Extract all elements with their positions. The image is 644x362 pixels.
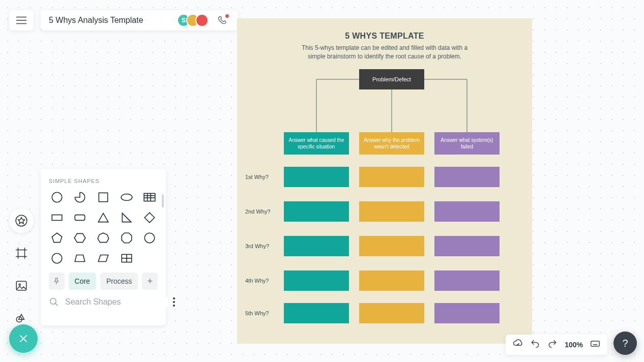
notification-dot <box>225 14 229 18</box>
close-icon <box>18 333 29 344</box>
shape-decagon[interactable] <box>141 231 158 245</box>
answer-cell[interactable] <box>284 270 349 291</box>
tab-core[interactable]: Core <box>69 273 96 290</box>
avatar[interactable] <box>195 14 209 27</box>
image-tool-button[interactable] <box>9 274 34 298</box>
zoom-level[interactable]: 100% <box>565 341 583 349</box>
answer-cell[interactable] <box>434 201 500 222</box>
answer-cell[interactable] <box>284 236 349 256</box>
shape-heptagon[interactable] <box>95 231 111 245</box>
star-icon <box>15 214 28 227</box>
row-label-3: 3rd Why? <box>245 243 269 249</box>
search-icon <box>49 297 59 307</box>
column-header-3[interactable]: Answer what system(s) failed <box>434 132 500 155</box>
sync-status-icon[interactable] <box>513 339 523 351</box>
title-bar: 5 Whys Analysis Template S <box>41 10 238 31</box>
shape-rounded-rect[interactable] <box>72 210 89 225</box>
problem-box[interactable]: Problem/Defect <box>359 69 424 89</box>
answer-cell[interactable] <box>284 303 349 323</box>
diagram-title: 5 WHYS TEMPLATE <box>237 32 532 41</box>
frame-tool-button[interactable] <box>9 241 34 265</box>
shape-hexagon[interactable] <box>72 231 89 245</box>
more-options-button[interactable] <box>173 297 175 307</box>
shape-octagon[interactable] <box>119 231 135 245</box>
answer-cell[interactable] <box>359 167 424 187</box>
svg-point-24 <box>52 253 62 263</box>
hamburger-icon <box>16 16 27 25</box>
shapes-icon <box>15 312 28 325</box>
svg-point-23 <box>144 233 155 243</box>
row-label-2: 2nd Why? <box>245 208 271 215</box>
pin-icon <box>52 277 61 285</box>
shape-diamond[interactable] <box>141 210 158 225</box>
image-icon <box>15 279 28 292</box>
shapes-panel: SIMPLE SHAPES Core Process + <box>41 169 166 325</box>
shape-parallelogram[interactable] <box>95 251 111 265</box>
answer-cell[interactable] <box>434 167 500 187</box>
answer-cell[interactable] <box>434 236 500 256</box>
column-header-2[interactable]: Answer why the problem wasn't detected <box>359 132 424 155</box>
shape-search-input[interactable] <box>64 297 168 307</box>
close-tools-button[interactable] <box>9 324 38 353</box>
svg-point-15 <box>121 194 132 201</box>
help-button[interactable]: ? <box>613 331 637 355</box>
shape-square[interactable] <box>95 190 111 204</box>
menu-button[interactable] <box>9 10 34 31</box>
row-label-1: 1st Why? <box>245 174 269 180</box>
star-tool-button[interactable] <box>9 208 34 233</box>
answer-cell[interactable] <box>359 303 424 323</box>
shape-category-tabs: Core Process + <box>49 273 158 290</box>
svg-line-30 <box>55 304 58 306</box>
shape-right-triangle[interactable] <box>119 210 135 225</box>
panel-heading: SIMPLE SHAPES <box>49 178 158 184</box>
diagram-canvas[interactable]: 5 WHYS TEMPLATE This 5-whys template can… <box>237 18 532 344</box>
answer-cell[interactable] <box>359 236 424 256</box>
svg-point-9 <box>19 284 20 285</box>
svg-rect-8 <box>16 281 26 290</box>
svg-rect-16 <box>144 193 155 201</box>
call-button[interactable] <box>216 13 230 27</box>
shape-pentagon[interactable] <box>49 231 65 245</box>
frame-icon <box>15 247 28 260</box>
answer-cell[interactable] <box>359 201 424 222</box>
redo-button[interactable] <box>547 339 558 351</box>
keyboard-shortcuts-button[interactable] <box>590 339 600 351</box>
collaborator-avatars: S <box>177 14 209 27</box>
column-header-1[interactable]: Answer what caused the specific situatio… <box>284 132 349 155</box>
answer-cell[interactable] <box>434 303 500 323</box>
answer-cell[interactable] <box>359 270 424 291</box>
add-tab-button[interactable]: + <box>142 273 158 290</box>
shape-search-row <box>49 297 158 307</box>
shape-table[interactable] <box>141 190 158 204</box>
shape-rectangle[interactable] <box>49 210 65 225</box>
shape-grid <box>49 190 158 265</box>
shape-circle[interactable] <box>49 190 65 204</box>
scrollbar[interactable] <box>162 194 164 207</box>
svg-rect-21 <box>52 215 62 221</box>
status-bar: 100% <box>506 335 607 355</box>
svg-point-29 <box>50 298 56 305</box>
shape-arc[interactable] <box>72 190 89 204</box>
shape-empty <box>141 251 158 265</box>
answer-cell[interactable] <box>284 167 349 187</box>
pin-tab[interactable] <box>49 273 65 290</box>
left-tool-rail <box>9 208 34 330</box>
shape-trapezoid[interactable] <box>72 251 89 265</box>
row-label-4: 4th Why? <box>245 278 269 284</box>
svg-rect-22 <box>75 215 85 221</box>
answer-cell[interactable] <box>434 270 500 291</box>
diagram-subtitle: This 5-whys template can be edited and f… <box>301 44 469 62</box>
shape-grid2x2[interactable] <box>119 251 135 265</box>
shape-cylinder-top[interactable] <box>49 251 65 265</box>
svg-rect-14 <box>99 193 107 201</box>
row-label-5: 5th Why? <box>245 310 269 316</box>
undo-button[interactable] <box>530 339 540 351</box>
answer-cell[interactable] <box>284 201 349 222</box>
shape-ellipse[interactable] <box>119 190 135 204</box>
document-title[interactable]: 5 Whys Analysis Template <box>49 16 173 25</box>
svg-point-13 <box>52 192 62 202</box>
svg-rect-36 <box>591 341 600 346</box>
tab-process[interactable]: Process <box>100 273 138 290</box>
shape-triangle[interactable] <box>95 210 111 225</box>
